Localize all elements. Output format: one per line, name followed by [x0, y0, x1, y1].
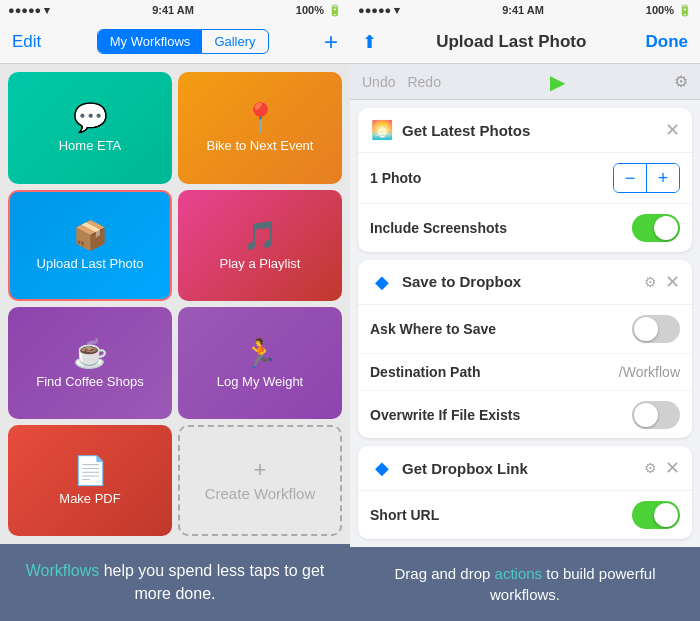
dropbox-close-icon[interactable]: ✕	[665, 271, 680, 293]
coffee-icon: ☕	[73, 337, 108, 370]
action-header-photos: 🌅 Get Latest Photos ✕	[358, 108, 692, 153]
overwrite-toggle[interactable]	[632, 401, 680, 429]
overwrite-label: Overwrite If File Exists	[370, 407, 632, 423]
left-panel: ●●●●● ▾ 9:41 AM 100% 🔋 Edit My Workflows…	[0, 0, 350, 621]
include-screenshots-label: Include Screenshots	[370, 220, 632, 236]
edit-button[interactable]: Edit	[12, 32, 41, 52]
toggle-knob	[654, 216, 678, 240]
card-weight[interactable]: 🏃 Log My Weight	[178, 307, 342, 419]
photos-close-icon[interactable]: ✕	[665, 119, 680, 141]
dropbox-gear-icon[interactable]: ⚙	[644, 274, 657, 290]
right-promo-highlight: actions	[495, 565, 543, 582]
left-nav-bar: Edit My Workflows Gallery +	[0, 20, 350, 64]
workflow-tabs: My Workflows Gallery	[97, 29, 269, 54]
signal-icon: ●●●●●	[8, 4, 41, 16]
home-eta-icon: 💬	[73, 101, 108, 134]
destination-label: Destination Path	[370, 364, 619, 380]
right-promo-text: Drag and drop actions to build powerful …	[370, 563, 680, 605]
ask-where-toggle[interactable]	[632, 315, 680, 343]
dropbox-link-icon: ◆	[370, 456, 394, 480]
action-row-short-url: Short URL	[358, 491, 692, 539]
toolbar-left: Undo Redo	[362, 74, 441, 90]
action-save-dropbox: ◆ Save to Dropbox ⚙ ✕ Ask Where to Save …	[358, 260, 692, 439]
action-row-ask-where: Ask Where to Save	[358, 305, 692, 354]
short-url-toggle[interactable]	[632, 501, 680, 529]
right-time: 9:41 AM	[502, 4, 544, 16]
action-row-photo-count: 1 Photo − +	[358, 153, 692, 204]
actions-list: 🌅 Get Latest Photos ✕ 1 Photo − + Includ…	[350, 100, 700, 547]
right-battery-icon: 🔋	[678, 4, 692, 17]
dropbox-link-close-icon[interactable]: ✕	[665, 457, 680, 479]
card-home-eta[interactable]: 💬 Home ETA	[8, 72, 172, 184]
action-get-dropbox-link: ◆ Get Dropbox Link ⚙ ✕ Short URL	[358, 446, 692, 539]
right-nav-bar: ⬆ Upload Last Photo Done	[350, 20, 700, 64]
right-panel: ●●●●● ▾ 9:41 AM 100% 🔋 ⬆ Upload Last Pho…	[350, 0, 700, 621]
card-create[interactable]: + Create Workflow	[178, 425, 342, 537]
left-promo: Workflows help you spend less taps to ge…	[0, 544, 350, 621]
right-status-bar: ●●●●● ▾ 9:41 AM 100% 🔋	[350, 0, 700, 20]
right-status-right: 100% 🔋	[646, 4, 692, 17]
coffee-label: Find Coffee Shops	[36, 374, 143, 390]
left-promo-text: Workflows help you spend less taps to ge…	[20, 560, 330, 605]
wifi-icon: ▾	[44, 4, 50, 17]
toggle-knob-2	[634, 317, 658, 341]
photos-icon: 🌅	[370, 118, 394, 142]
action-row-overwrite: Overwrite If File Exists	[358, 391, 692, 439]
include-screenshots-toggle[interactable]	[632, 214, 680, 242]
battery-icon: 🔋	[328, 4, 342, 17]
photo-count-label: 1 Photo	[370, 170, 613, 186]
add-workflow-button[interactable]: +	[324, 30, 338, 54]
right-nav-title: Upload Last Photo	[436, 32, 586, 52]
dropbox-title: Save to Dropbox	[402, 273, 640, 290]
done-button[interactable]: Done	[645, 32, 688, 52]
card-coffee[interactable]: ☕ Find Coffee Shops	[8, 307, 172, 419]
pdf-label: Make PDF	[59, 491, 120, 507]
card-playlist[interactable]: 🎵 Play a Playlist	[178, 190, 342, 302]
action-row-destination: Destination Path /Workflow	[358, 354, 692, 391]
create-label: Create Workflow	[205, 485, 316, 503]
playlist-label: Play a Playlist	[220, 256, 301, 272]
tab-gallery[interactable]: Gallery	[202, 30, 267, 53]
pdf-icon: 📄	[73, 454, 108, 487]
destination-value: /Workflow	[619, 364, 680, 380]
workflow-grid: 💬 Home ETA 📍 Bike to Next Event 📦 Upload…	[0, 64, 350, 544]
share-icon[interactable]: ⬆	[362, 31, 377, 53]
play-button[interactable]: ▶	[550, 70, 565, 94]
toggle-knob-4	[654, 503, 678, 527]
dropbox-link-title: Get Dropbox Link	[402, 460, 640, 477]
settings-gear-icon[interactable]: ⚙	[674, 72, 688, 91]
editor-toolbar: Undo Redo ▶ ⚙	[350, 64, 700, 100]
ask-where-label: Ask Where to Save	[370, 321, 632, 337]
action-header-dropbox: ◆ Save to Dropbox ⚙ ✕	[358, 260, 692, 305]
right-status-left: ●●●●● ▾	[358, 4, 400, 17]
redo-button[interactable]: Redo	[407, 74, 440, 90]
left-time: 9:41 AM	[152, 4, 194, 16]
card-upload[interactable]: 📦 Upload Last Photo	[8, 190, 172, 302]
promo-rest: help you spend less taps to get more don…	[99, 562, 324, 601]
tab-my-workflows[interactable]: My Workflows	[98, 30, 203, 53]
left-status-bar: ●●●●● ▾ 9:41 AM 100% 🔋	[0, 0, 350, 20]
bike-label: Bike to Next Event	[207, 138, 314, 154]
action-get-latest-photos: 🌅 Get Latest Photos ✕ 1 Photo − + Includ…	[358, 108, 692, 252]
right-promo: Drag and drop actions to build powerful …	[350, 547, 700, 621]
battery-text: 100%	[296, 4, 324, 16]
card-pdf[interactable]: 📄 Make PDF	[8, 425, 172, 537]
action-header-dropbox-link: ◆ Get Dropbox Link ⚙ ✕	[358, 446, 692, 491]
weight-label: Log My Weight	[217, 374, 303, 390]
dropbox-link-gear-icon[interactable]: ⚙	[644, 460, 657, 476]
action-row-include-screenshots: Include Screenshots	[358, 204, 692, 252]
card-bike[interactable]: 📍 Bike to Next Event	[178, 72, 342, 184]
undo-button[interactable]: Undo	[362, 74, 395, 90]
promo-highlight: Workflows	[26, 562, 100, 579]
right-signal-icon: ●●●●●	[358, 4, 391, 16]
photo-stepper[interactable]: − +	[613, 163, 680, 193]
left-status-left: ●●●●● ▾	[8, 4, 50, 17]
playlist-icon: 🎵	[243, 219, 278, 252]
right-wifi-icon: ▾	[394, 4, 400, 17]
stepper-minus[interactable]: −	[614, 164, 646, 192]
right-promo-part1: Drag and drop	[394, 565, 494, 582]
dropbox-icon: ◆	[370, 270, 394, 294]
left-status-right: 100% 🔋	[296, 4, 342, 17]
upload-icon: 📦	[73, 219, 108, 252]
stepper-plus[interactable]: +	[647, 164, 679, 192]
